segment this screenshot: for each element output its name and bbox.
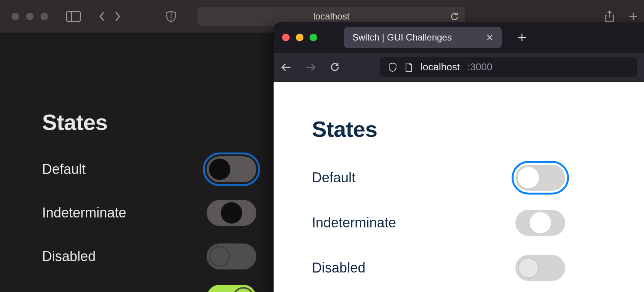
tracking-shield-icon[interactable] xyxy=(388,62,397,72)
state-label: Indeterminate xyxy=(42,205,126,221)
firefox-window: Switch | GUI Challenges xyxy=(274,22,644,292)
back-button[interactable] xyxy=(280,62,292,73)
address-port: :3000 xyxy=(468,61,492,73)
forward-button xyxy=(305,62,316,73)
switch-thumb xyxy=(518,257,539,279)
address-host: localhost xyxy=(421,61,460,73)
state-row-indeterminate: Indeterminate xyxy=(312,210,565,236)
forward-button[interactable] xyxy=(113,11,122,22)
page-heading: States xyxy=(312,116,644,142)
state-row-default: Default xyxy=(42,156,256,182)
new-tab-icon[interactable] xyxy=(628,11,639,22)
switch-indeterminate[interactable] xyxy=(207,200,256,226)
switch-thumb xyxy=(209,159,230,180)
safari-close-button[interactable] xyxy=(11,13,19,20)
page-icon xyxy=(404,62,413,72)
firefox-nav xyxy=(280,62,340,73)
state-row-default: Default xyxy=(312,165,565,191)
switch-thumb xyxy=(209,246,230,267)
switch-indeterminate[interactable] xyxy=(515,210,565,236)
reload-button[interactable] xyxy=(329,62,340,73)
state-label: Default xyxy=(42,161,86,177)
firefox-minimize-button[interactable] xyxy=(296,34,303,41)
safari-traffic-lights xyxy=(11,13,48,20)
tab-title: Switch | GUI Challenges xyxy=(352,32,452,43)
browser-tab[interactable]: Switch | GUI Challenges xyxy=(344,27,502,48)
switch-checked xyxy=(207,285,256,292)
firefox-close-button[interactable] xyxy=(282,34,290,41)
share-icon[interactable] xyxy=(604,10,615,23)
reload-icon[interactable] xyxy=(450,11,459,21)
state-row-checked xyxy=(42,285,256,292)
state-row-indeterminate: Indeterminate xyxy=(42,200,256,226)
state-label: Default xyxy=(312,170,355,186)
toggle-wrap xyxy=(207,156,256,182)
firefox-address-bar[interactable]: localhost:3000 xyxy=(380,57,637,77)
state-row-disabled: Disabled xyxy=(312,255,565,281)
switch-default[interactable] xyxy=(207,156,256,182)
state-label: Indeterminate xyxy=(312,215,396,231)
safari-maximize-button[interactable] xyxy=(41,13,48,20)
safari-nav-buttons xyxy=(98,11,122,22)
state-label: Disabled xyxy=(42,248,96,264)
svg-rect-0 xyxy=(67,11,80,21)
privacy-shield-icon[interactable] xyxy=(166,10,176,23)
safari-right-actions xyxy=(604,10,639,23)
switch-disabled xyxy=(515,255,565,281)
firefox-toolbar: localhost:3000 xyxy=(274,53,644,82)
firefox-traffic-lights xyxy=(282,34,317,41)
firefox-titlebar: Switch | GUI Challenges xyxy=(274,22,644,53)
switch-default[interactable] xyxy=(515,165,565,191)
state-row-disabled: Disabled xyxy=(42,243,256,269)
firefox-maximize-button[interactable] xyxy=(310,34,317,41)
switch-thumb xyxy=(233,287,254,292)
switch-thumb xyxy=(530,212,551,234)
toggle-wrap xyxy=(515,165,565,191)
switch-disabled xyxy=(207,243,256,269)
safari-address-text: localhost xyxy=(313,11,350,22)
sidebar-toggle-button[interactable] xyxy=(66,11,81,22)
state-label: Disabled xyxy=(312,260,365,276)
switch-thumb xyxy=(518,167,539,188)
safari-minimize-button[interactable] xyxy=(26,13,34,20)
firefox-page-content: States Default Indeterminate Disabled xyxy=(274,82,644,281)
back-button[interactable] xyxy=(98,11,106,22)
switch-thumb xyxy=(221,202,242,224)
new-tab-button[interactable] xyxy=(517,32,527,42)
tab-close-icon[interactable] xyxy=(486,34,493,41)
